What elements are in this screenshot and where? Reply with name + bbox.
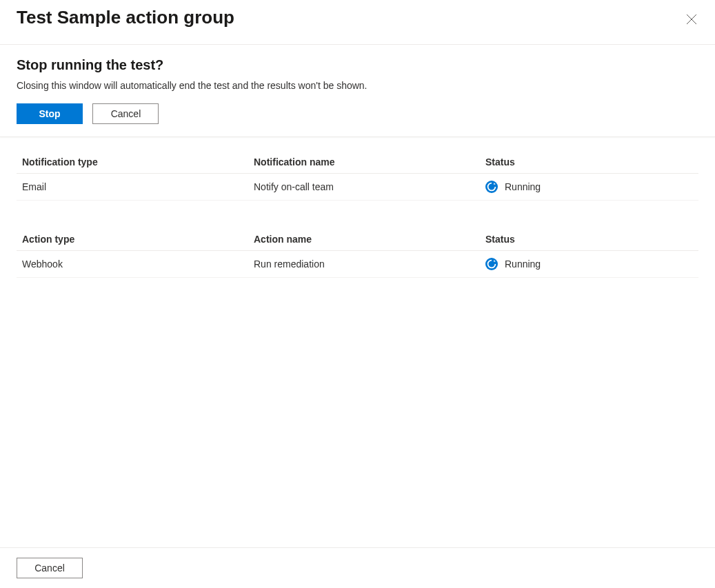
notification-status-value: Running xyxy=(505,181,541,192)
footer-cancel-button[interactable]: Cancel xyxy=(17,558,83,578)
col-notification-name: Notification name xyxy=(254,156,485,168)
action-status-value: Running xyxy=(505,258,541,270)
page-title: Test Sample action group xyxy=(17,7,234,28)
action-type-value[interactable]: Webhook xyxy=(22,258,254,270)
confirmation-banner: Stop running the test? Closing this wind… xyxy=(0,45,715,137)
banner-heading: Stop running the test? xyxy=(17,57,698,73)
table-row: Email Notify on-call team Running xyxy=(17,174,698,201)
running-icon xyxy=(485,181,498,193)
table-header: Action type Action name Status xyxy=(17,228,698,251)
col-action-name: Action name xyxy=(254,234,485,245)
table-header: Notification type Notification name Stat… xyxy=(17,151,698,174)
col-action-type: Action type xyxy=(22,234,254,245)
banner-description: Closing this window will automatically e… xyxy=(17,80,698,91)
running-icon xyxy=(485,258,498,270)
col-action-status: Status xyxy=(485,234,693,245)
action-name-value: Run remediation xyxy=(254,258,485,270)
col-notification-status: Status xyxy=(485,156,693,168)
table-row: Webhook Run remediation Running xyxy=(17,251,698,278)
actions-table: Action type Action name Status Webhook R… xyxy=(17,228,698,278)
close-icon xyxy=(686,14,697,25)
notifications-section: Notification type Notification name Stat… xyxy=(0,151,715,201)
dialog-header: Test Sample action group xyxy=(0,0,715,45)
cancel-button[interactable]: Cancel xyxy=(92,103,159,124)
notification-status-cell: Running xyxy=(485,181,693,193)
stop-button[interactable]: Stop xyxy=(17,103,83,124)
notifications-table: Notification type Notification name Stat… xyxy=(17,151,698,201)
dialog-footer: Cancel xyxy=(0,547,715,588)
col-notification-type: Notification type xyxy=(22,156,254,168)
notification-type-value[interactable]: Email xyxy=(22,181,254,192)
close-button[interactable] xyxy=(683,11,700,30)
actions-section: Action type Action name Status Webhook R… xyxy=(0,228,715,278)
notification-name-value: Notify on-call team xyxy=(254,181,485,192)
action-status-cell: Running xyxy=(485,258,693,270)
